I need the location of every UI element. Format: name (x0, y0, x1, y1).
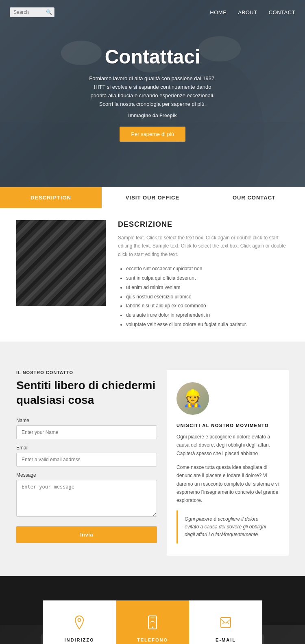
phone-title: TELEFONO (137, 637, 168, 642)
section-spacer (0, 342, 305, 350)
name-form-group: Name (16, 418, 157, 439)
contact-heading: Sentiti libero di chiedermi qualsiasi co… (16, 378, 157, 408)
hero-credit: Immagine da Freepik (128, 113, 176, 118)
phone-icon (147, 615, 158, 633)
description-image (16, 220, 106, 306)
tab-our-contact[interactable]: OUR CONTACT (203, 187, 305, 208)
submit-button[interactable]: Invia (16, 526, 157, 543)
info-quote: Ogni piacere è accogliere il dolore evit… (176, 510, 279, 544)
tab-visit-office[interactable]: VISIT OUR OFFICE (102, 187, 203, 208)
footer-section: INDIRIZZO 27 13 Lowe Haven TELEFONO +111… (0, 576, 305, 644)
email-icon (219, 615, 232, 633)
svg-line-17 (226, 619, 231, 623)
description-list: eccetto sint occaecat cupidatat non sunt… (118, 264, 289, 329)
svg-line-16 (221, 619, 226, 623)
nav-home[interactable]: HOME (210, 9, 227, 15)
search-box[interactable]: 🔍 (10, 7, 54, 17)
navbar: 🔍 HOME ABOUT CONTACT (0, 0, 305, 24)
list-item: quis nostrud esercizio ullamco (126, 292, 289, 302)
description-sample-text: Sample text. Click to select the text bo… (118, 234, 289, 258)
message-form-group: Message (16, 472, 157, 518)
worker-avatar (176, 382, 209, 415)
contact-card-phone: TELEFONO +111 343 43 43 (116, 600, 189, 644)
nav-contact[interactable]: CONTACT (269, 9, 295, 15)
contact-section: IL NOSTRO CONTATTO Sentiti libero di chi… (0, 350, 305, 576)
info-subtitle: UNISCITI AL NOSTRO MOVIMENTO (176, 423, 279, 428)
svg-point-13 (152, 626, 153, 628)
message-label: Message (16, 472, 157, 478)
email-card-title: E-MAIL (216, 637, 236, 642)
list-item: voluptate velit esse cillum dolore eu fu… (126, 320, 289, 329)
list-item: laboris nisi ut aliquip ex ea commodo (126, 301, 289, 311)
svg-rect-14 (150, 618, 155, 618)
contact-cards: INDIRIZZO 27 13 Lowe Haven TELEFONO +111… (0, 576, 305, 644)
contact-info-column: UNISCITI AL NOSTRO MOVIMENTO Ogni piacer… (167, 370, 289, 556)
description-content: DESCRIZIONE Sample text. Click to select… (118, 220, 289, 329)
message-textarea[interactable] (16, 480, 157, 517)
info-text-2: Come nasce tutta questa idea sbagliata d… (176, 463, 279, 505)
contact-card-address: INDIRIZZO 27 13 Lowe Haven (43, 600, 116, 644)
email-input[interactable] (16, 453, 157, 467)
address-title: INDIRIZZO (65, 637, 94, 642)
svg-line-18 (222, 622, 224, 624)
contact-form-column: IL NOSTRO CONTATTO Sentiti libero di chi… (16, 370, 157, 556)
tabs-section: DESCRIPTION VISIT OUR OFFICE OUR CONTACT (0, 187, 305, 208)
list-item: sunt in culpa qui officia deserunt (126, 274, 289, 283)
hero-title: Contattaci (105, 46, 200, 68)
tab-description[interactable]: DESCRIPTION (0, 187, 102, 208)
description-title: DESCRIZIONE (118, 220, 289, 229)
hero-cta-button[interactable]: Per saperne di più (120, 127, 185, 142)
hero-subtitle: Forniamo lavoro di alta qualità con pass… (87, 74, 218, 108)
name-label: Name (16, 418, 157, 423)
email-label: Email (16, 445, 157, 451)
svg-point-11 (78, 618, 81, 621)
description-section: DESCRIZIONE Sample text. Click to select… (0, 208, 305, 342)
contact-card-email: E-MAIL business@info.com (189, 600, 262, 644)
address-icon (73, 615, 86, 633)
list-item: duis aute irure dolor in reprehenderit i… (126, 311, 289, 320)
svg-line-19 (227, 622, 229, 624)
list-item: eccetto sint occaecat cupidatat non (126, 264, 289, 274)
name-input[interactable] (16, 425, 157, 439)
search-input[interactable] (13, 9, 46, 15)
nav-about[interactable]: ABOUT (238, 9, 257, 15)
info-text-1: Ogni piacere è accogliere il dolore evit… (176, 433, 279, 458)
search-icon: 🔍 (46, 9, 52, 15)
email-form-group: Email (16, 445, 157, 467)
list-item: ut enim ad minim veniam (126, 283, 289, 292)
svg-rect-15 (221, 618, 231, 627)
contact-label: IL NOSTRO CONTATTO (16, 370, 157, 375)
nav-links: HOME ABOUT CONTACT (210, 9, 295, 15)
